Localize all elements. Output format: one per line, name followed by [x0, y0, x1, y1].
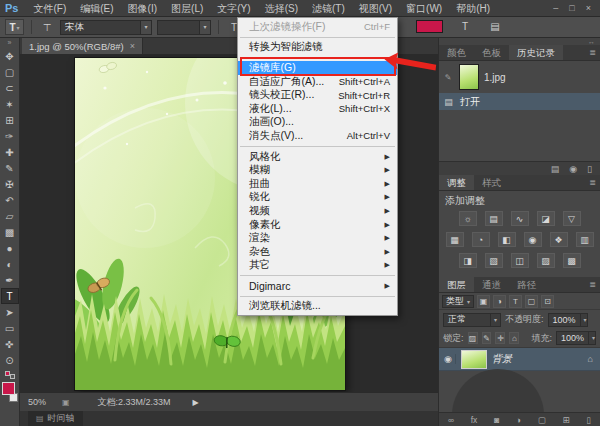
filter-pixel-layers-icon[interactable]: ▣: [477, 295, 490, 308]
menu-item-other[interactable]: 其它▶: [238, 259, 397, 273]
toolbar-collapse-icon[interactable]: »: [8, 38, 12, 48]
new-layer-icon[interactable]: ⊞: [562, 415, 569, 425]
maximize-icon[interactable]: □: [569, 3, 574, 13]
add-layer-mask-icon[interactable]: ◙: [494, 415, 499, 425]
panel-menu-icon[interactable]: ≣: [589, 45, 600, 60]
menu-item-vanishing-point[interactable]: 消失点(V)...Alt+Ctrl+V: [238, 129, 397, 143]
brush-tool[interactable]: ✎: [1, 160, 19, 176]
brightness-contrast-icon[interactable]: ☼: [459, 211, 477, 226]
eyedropper-tool[interactable]: ✑: [1, 128, 19, 144]
menu-view[interactable]: 视图(V): [352, 0, 399, 17]
menu-item-video[interactable]: 视频▶: [238, 204, 397, 218]
invert-icon[interactable]: ◨: [459, 253, 477, 268]
lasso-tool[interactable]: ⊂: [1, 80, 19, 96]
menu-item-lens-correction[interactable]: 镜头校正(R)...Shift+Ctrl+R: [238, 88, 397, 102]
chevron-down-icon[interactable]: ▾: [140, 21, 151, 34]
default-colors-icon[interactable]: [5, 371, 15, 379]
tab-channels[interactable]: 通道: [474, 277, 509, 292]
zoom-level-field[interactable]: 50%: [28, 397, 62, 407]
tab-color[interactable]: 颜色: [439, 45, 474, 60]
pen-tool[interactable]: ✒: [1, 272, 19, 288]
layer-style-fx-icon[interactable]: fx: [471, 415, 478, 425]
background-layer-row[interactable]: ◉ 背景 ⌂: [439, 347, 600, 371]
new-adjustment-layer-icon[interactable]: ◑: [516, 415, 521, 425]
link-layers-icon[interactable]: ∞: [448, 415, 454, 425]
new-snapshot-icon[interactable]: ◉: [569, 164, 577, 174]
tab-adjustments[interactable]: 调整: [439, 175, 474, 190]
menu-edit[interactable]: 编辑(E): [73, 0, 120, 17]
panel-menu-icon[interactable]: ≣: [589, 175, 600, 190]
vibrance-icon[interactable]: ▽: [563, 211, 581, 226]
hand-tool[interactable]: ✜: [1, 336, 19, 352]
filter-adjustment-layers-icon[interactable]: ◑: [493, 295, 506, 308]
menu-item-filter-gallery[interactable]: 滤镜库(G): [238, 61, 397, 75]
panel-collapse-icon[interactable]: ↔: [588, 38, 595, 45]
layer-visibility-eye-icon[interactable]: ◉: [441, 354, 456, 364]
tab-history[interactable]: 历史记录: [509, 45, 563, 60]
menu-layer[interactable]: 图层(L): [164, 0, 210, 17]
minimize-icon[interactable]: ‒: [553, 3, 558, 13]
tab-layers[interactable]: 图层: [439, 277, 474, 292]
dodge-tool[interactable]: ◐: [1, 256, 19, 272]
crop-tool[interactable]: ⊞: [1, 112, 19, 128]
timeline-tab[interactable]: ▤ 时间轴: [28, 411, 83, 426]
menu-item-digimarc[interactable]: Digimarc▶: [238, 279, 397, 293]
delete-state-icon[interactable]: ▯: [587, 164, 592, 174]
new-group-icon[interactable]: ▢: [538, 415, 546, 425]
shape-tool[interactable]: ▭: [1, 320, 19, 336]
close-icon[interactable]: ×: [586, 3, 591, 13]
blur-tool[interactable]: ●: [1, 240, 19, 256]
blend-mode-select[interactable]: 正常 ▾: [443, 313, 501, 327]
menu-help[interactable]: 帮助(H): [449, 0, 497, 17]
filter-shape-layers-icon[interactable]: ▢: [525, 295, 538, 308]
warp-text-icon[interactable]: T: [457, 21, 473, 32]
lock-all-icon[interactable]: ⌂: [509, 332, 519, 344]
opacity-select[interactable]: 100% ▾: [548, 313, 588, 327]
menu-select[interactable]: 选择(S): [258, 0, 305, 17]
foreground-color-swatch[interactable]: [2, 382, 15, 395]
zoom-tool[interactable]: ⊙: [1, 352, 19, 368]
menu-item-render[interactable]: 渲染▶: [238, 231, 397, 245]
menu-item-convert-smart-filter[interactable]: 转换为智能滤镜: [238, 41, 397, 55]
menu-item-browse-filters-online[interactable]: 浏览联机滤镜...: [238, 300, 397, 314]
menu-file[interactable]: 文件(F): [26, 0, 73, 17]
tab-styles[interactable]: 样式: [474, 175, 509, 190]
new-document-from-state-icon[interactable]: ▤: [551, 164, 560, 174]
font-size-select[interactable]: ▾: [157, 20, 211, 35]
type-tool-preset-button[interactable]: T ▾: [5, 19, 24, 35]
panel-menu-icon[interactable]: ≣: [589, 277, 600, 292]
document-tab[interactable]: 1.jpg @ 50%(RGB/8#) ×: [22, 38, 143, 54]
menu-item-noise[interactable]: 杂色▶: [238, 245, 397, 259]
menu-item-sharpen[interactable]: 锐化▶: [238, 191, 397, 205]
delete-layer-icon[interactable]: ▯: [586, 415, 591, 425]
text-color-swatch[interactable]: [416, 20, 443, 33]
menu-item-oil-paint[interactable]: 油画(O)...: [238, 116, 397, 130]
lock-position-icon[interactable]: ✛: [495, 332, 505, 344]
history-step-open[interactable]: ▤ 打开: [439, 93, 600, 110]
text-orientation-icon[interactable]: ⊤: [39, 22, 55, 33]
selective-color-icon[interactable]: ▨: [537, 253, 555, 268]
toggle-panels-icon[interactable]: ▤: [487, 21, 503, 32]
gradient-tool[interactable]: ▩: [1, 224, 19, 240]
exposure-icon[interactable]: ◪: [537, 211, 555, 226]
status-arrow-icon[interactable]: ▶: [193, 398, 199, 407]
tab-swatches[interactable]: 色板: [474, 45, 509, 60]
filter-smart-objects-icon[interactable]: ⊡: [541, 295, 554, 308]
layer-thumbnail[interactable]: [461, 350, 487, 369]
black-white-icon[interactable]: ◧: [498, 232, 516, 247]
photo-filter-icon[interactable]: ◉: [524, 232, 542, 247]
eraser-tool[interactable]: ▱: [1, 208, 19, 224]
color-lookup-icon[interactable]: ▥: [576, 232, 594, 247]
font-family-select[interactable]: 宋体 ▾: [60, 20, 152, 35]
filter-type-layers-icon[interactable]: T: [509, 295, 522, 308]
menu-filter[interactable]: 滤镜(T): [305, 0, 352, 17]
posterize-icon[interactable]: ▧: [485, 253, 503, 268]
menu-item-liquify[interactable]: 液化(L)...Shift+Ctrl+X: [238, 102, 397, 116]
menu-item-blur[interactable]: 模糊▶: [238, 163, 397, 177]
close-icon[interactable]: ×: [130, 41, 135, 51]
layer-name[interactable]: 背景: [492, 352, 583, 366]
chevron-down-icon[interactable]: ▾: [199, 21, 210, 34]
menu-item-pixelate[interactable]: 像素化▶: [238, 218, 397, 232]
history-source-icon[interactable]: ✎: [442, 73, 454, 82]
curves-icon[interactable]: ∿: [511, 211, 529, 226]
